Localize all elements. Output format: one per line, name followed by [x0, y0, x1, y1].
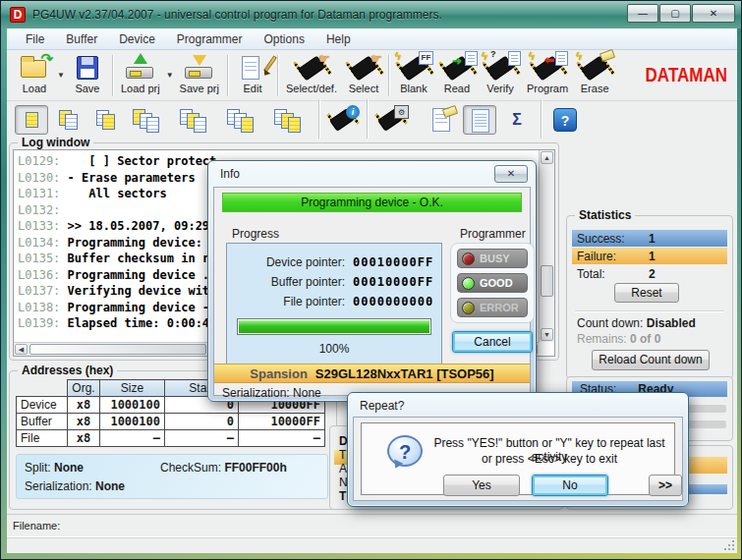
help-button[interactable]: ?: [548, 105, 582, 135]
select-button[interactable]: ☛ Select: [342, 52, 385, 98]
close-button[interactable]: ✕: [692, 4, 735, 23]
chip-verify-icon: ϟ?: [484, 53, 517, 83]
verify-button[interactable]: ϟ? Verify: [479, 52, 522, 98]
view-buffer-4-button[interactable]: [127, 105, 170, 135]
view-buffer-6-button[interactable]: [221, 105, 264, 135]
menu-programmer[interactable]: Programmer: [168, 30, 252, 48]
menu-file[interactable]: File: [17, 30, 53, 48]
erase-button[interactable]: ϟ Erase: [573, 52, 616, 98]
log-hscroll-thumb[interactable]: [29, 344, 206, 355]
scroll-up-icon[interactable]: ▲: [541, 151, 553, 164]
repeat-dialog-titlebar[interactable]: Repeat?: [348, 393, 688, 417]
failure-label: Failure:: [577, 250, 616, 263]
menu-help[interactable]: Help: [317, 30, 360, 48]
checksum-button[interactable]: Σ: [500, 105, 534, 135]
reload-countdown-button[interactable]: Reload Count down: [592, 350, 710, 370]
countdown-label: Count down:: [577, 316, 643, 330]
blank-check-button[interactable]: ϟFF Blank: [392, 52, 435, 98]
org-cell: x8: [68, 397, 100, 414]
info-serialization: Serialization: None: [222, 386, 321, 400]
title-bar[interactable]: D PG4UW v2.37/04.2007 - universal contro…: [1, 1, 742, 28]
menu-device[interactable]: Device: [110, 30, 164, 48]
window-title: PG4UW v2.37/04.2007 - universal control …: [32, 8, 442, 22]
toolbar-separator: [388, 55, 389, 96]
select-default-button[interactable]: ☛ Select/def.: [281, 52, 342, 98]
log-vscroll-thumb[interactable]: [541, 265, 553, 297]
end-cell: –: [239, 430, 325, 447]
reset-button[interactable]: Reset: [614, 283, 679, 303]
drive-up-icon: [124, 53, 157, 83]
repeat-message-line2: or press <Esc> key to exit: [430, 452, 668, 466]
serialization-value: None: [95, 479, 125, 493]
good-indicator: GOOD: [457, 273, 528, 293]
sigma-icon: Σ: [512, 111, 522, 129]
edit-button[interactable]: Edit: [231, 52, 274, 98]
view-buffer-1-button[interactable]: [15, 105, 48, 135]
maximize-button[interactable]: ▢: [659, 4, 691, 23]
view-buffer-5-button[interactable]: [174, 105, 217, 135]
load-project-dropdown-icon[interactable]: ▼: [166, 71, 174, 80]
menu-options[interactable]: Options: [256, 30, 314, 48]
obscured-text: [685, 405, 726, 413]
dataman-logo: DATAMAN: [646, 64, 727, 87]
device-options-button[interactable]: ⚙: [374, 105, 408, 135]
info-dialog: Info ✕ Programming device - O.K. Progres…: [207, 160, 537, 402]
cancel-button[interactable]: Cancel: [452, 331, 533, 353]
split-label: Split:: [25, 461, 51, 475]
yes-button[interactable]: Yes: [443, 475, 520, 496]
chip-erase-icon: ϟ: [578, 53, 611, 83]
filename-bar: Filename:: [7, 514, 737, 536]
header-blank: [17, 380, 68, 397]
error-led-icon: [462, 302, 475, 314]
resize-grip[interactable]: [723, 539, 735, 551]
progress-bar: [237, 318, 431, 335]
view-log-button[interactable]: [463, 105, 496, 135]
toolbar-separator: [318, 99, 319, 140]
view-buffer-7-button[interactable]: [268, 105, 312, 135]
org-cell: x8: [68, 414, 100, 430]
main-toolbar: ↷ Load ▼ Save Load prj ▼ Save prj: [7, 50, 737, 100]
load-dropdown-icon[interactable]: ▼: [57, 71, 65, 80]
checksum-value: FF00FF00h: [224, 461, 286, 475]
info-dialog-titlebar[interactable]: Info ✕: [208, 161, 536, 187]
no-button[interactable]: No: [532, 475, 608, 496]
scroll-left-icon[interactable]: ◀: [15, 344, 28, 355]
row-label: Buffer: [17, 414, 68, 430]
read-button[interactable]: ➜ Read: [435, 52, 479, 98]
info-close-button[interactable]: ✕: [494, 165, 528, 183]
save-button[interactable]: Save: [66, 52, 109, 98]
scroll-down-icon[interactable]: ▼: [541, 328, 553, 341]
device-info-button[interactable]: i: [326, 105, 360, 135]
view-buffer-2-button[interactable]: [52, 105, 86, 135]
row-label: File: [17, 430, 68, 447]
checksum-info: CheckSum: FF00FF00h: [160, 461, 287, 475]
size-cell: 1000100: [100, 397, 165, 414]
erase-buffer-button[interactable]: [426, 105, 459, 135]
help-icon: ?: [553, 108, 577, 132]
status-bar-bottom: [7, 536, 737, 553]
open-folder-icon: ↷: [18, 53, 51, 83]
log-vertical-scrollbar[interactable]: ▲ ▼: [539, 150, 554, 342]
header-size: Size: [100, 380, 165, 397]
device-banner: SpansionS29GL128NxxTAR1 [TSOP56]: [214, 364, 530, 383]
repeat-dialog: Repeat? ? Press "YES!" button or "Y" key…: [347, 392, 689, 507]
split-info: Split: None: [25, 461, 84, 475]
progress-label: Progress: [228, 227, 283, 241]
repeat-dialog-title: Repeat?: [360, 399, 404, 413]
filename-label: Filename:: [13, 520, 60, 532]
program-button[interactable]: ϟ⬅ Program: [522, 52, 573, 98]
ok-banner: Programming device - O.K.: [222, 193, 522, 212]
load-button[interactable]: ↷ Load: [13, 52, 56, 98]
menu-buffer[interactable]: Buffer: [57, 30, 106, 48]
load-project-button[interactable]: Load prj: [116, 52, 165, 98]
save-project-button[interactable]: Save prj: [175, 52, 224, 98]
repeat-message-box: ? Press "YES!" button or "Y" key to repe…: [361, 422, 675, 495]
more-button[interactable]: >>: [649, 475, 682, 496]
repeat-dialog-body: ? Press "YES!" button or "Y" key to repe…: [353, 417, 683, 501]
view-buffer-3-button[interactable]: [89, 105, 123, 135]
size-cell: –: [100, 430, 165, 447]
toolbar-separator: [227, 55, 228, 96]
device-pointer-label: Device pointer:: [266, 255, 345, 269]
minimize-button[interactable]: —: [627, 4, 658, 23]
total-value: 2: [649, 267, 656, 281]
